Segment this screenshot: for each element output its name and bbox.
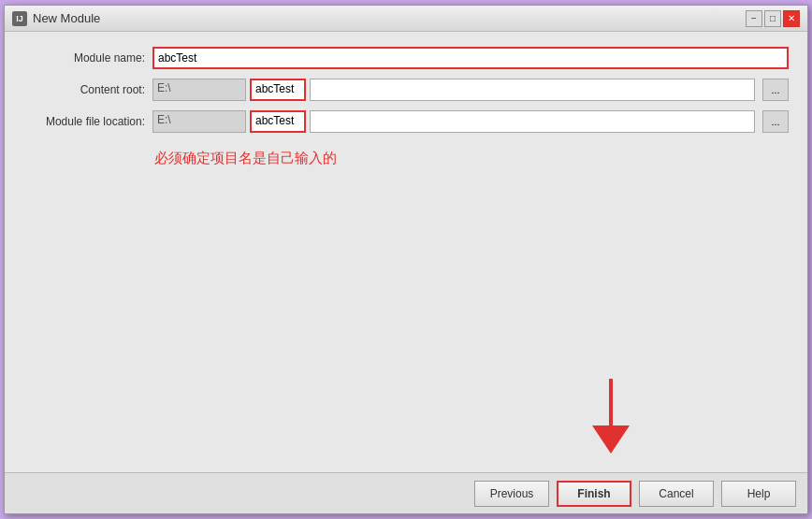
module-name-label: Module name: [23,51,145,65]
module-file-location-browse-button[interactable]: ... [762,110,789,133]
content-root-prefix: E:\ [152,79,246,101]
dialog-title: New Module [33,11,100,25]
module-file-location-highlight: abcTest [250,110,306,133]
module-file-location-input-group: E:\ abcTest [152,110,755,133]
title-bar-controls: − □ ✕ [746,10,800,27]
annotation-text: 必须确定项目名是自己输入的 [154,150,789,167]
dialog-footer: Previous Finish Cancel Help [5,472,807,513]
dialog-window: IJ New Module − □ ✕ Module name: Content… [4,5,808,514]
arrow-container [23,379,789,457]
close-button[interactable]: ✕ [783,10,800,27]
svg-marker-1 [592,425,630,454]
help-button[interactable]: Help [721,481,796,507]
content-root-label: Content root: [23,83,145,96]
content-root-rest [310,79,755,101]
module-file-location-prefix: E:\ [152,110,246,133]
finish-button[interactable]: Finish [557,481,631,507]
finish-arrow-icon [583,379,639,454]
module-name-input[interactable] [152,47,789,69]
title-bar: IJ New Module − □ ✕ [5,6,807,32]
module-file-location-label: Module file location: [23,115,145,128]
content-root-highlight: abcTest [250,79,306,101]
dialog-content: Module name: Content root: E:\ abcTest .… [5,32,807,472]
module-file-location-rest [310,110,755,133]
content-spacer [23,177,789,369]
module-file-location-row: Module file location: E:\ abcTest ... [23,110,789,133]
content-root-browse-button[interactable]: ... [762,79,789,101]
app-icon: IJ [12,11,27,26]
minimize-button[interactable]: − [746,10,762,27]
maximize-button[interactable]: □ [764,10,781,27]
cancel-button[interactable]: Cancel [639,481,714,507]
module-name-row: Module name: [23,47,789,69]
content-root-input-group: E:\ abcTest [152,79,755,101]
title-bar-left: IJ New Module [12,11,100,26]
previous-button[interactable]: Previous [474,481,549,507]
content-root-row: Content root: E:\ abcTest ... [23,79,789,101]
